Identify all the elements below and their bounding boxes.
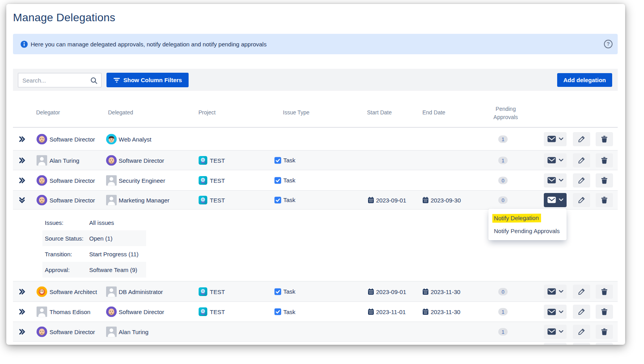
search-input[interactable] (18, 74, 88, 87)
edit-button[interactable] (573, 305, 590, 319)
column-header-delegator: Delegator (36, 109, 60, 116)
delegator-name: Software Director (50, 136, 95, 142)
delegator-name: Thomas Edison (50, 309, 90, 315)
column-header-end-date: End Date (422, 109, 445, 116)
pencil-icon (578, 308, 585, 316)
edit-button[interactable] (573, 343, 590, 345)
delete-button[interactable] (596, 132, 613, 146)
expand-row-button[interactable] (19, 177, 25, 184)
avatar-delegator (37, 134, 47, 144)
delete-button[interactable] (596, 343, 613, 345)
edit-button[interactable] (573, 285, 590, 299)
detail-label: Issues: (42, 219, 89, 226)
delete-button[interactable] (596, 193, 613, 207)
delegator-name: Alan Turing (50, 157, 79, 164)
envelope-icon (547, 197, 556, 203)
chevron-down-icon (559, 290, 563, 293)
delegated-name: Marketing Manager (119, 197, 169, 203)
delegator-name: Software Architect (50, 288, 97, 295)
edit-button[interactable] (573, 173, 590, 188)
menu-item-notify-delegation[interactable]: Notify Delegation (488, 211, 567, 224)
delete-button[interactable] (596, 285, 613, 299)
pencil-icon (578, 328, 585, 336)
avatar-delegated (106, 155, 117, 165)
delegated-name: Alan Turing (119, 328, 149, 335)
project-avatar (198, 307, 207, 316)
expand-row-button[interactable] (19, 329, 25, 335)
table-row: Alan Turing Software Director TEST Task … (13, 151, 618, 170)
chevron-down-icon (559, 179, 563, 182)
notify-dropdown-button[interactable] (544, 132, 567, 146)
pending-approvals-badge: 1 (498, 308, 508, 316)
project-name: TEST (210, 309, 225, 315)
notify-dropdown-button[interactable] (544, 285, 567, 299)
detail-row: Approval:Software Team (9) (42, 262, 146, 278)
table-row: Software Director Alan Turing 1 (13, 322, 618, 342)
envelope-icon (547, 309, 556, 315)
calendar-icon (422, 197, 429, 203)
avatar-delegated (106, 286, 117, 297)
delegated-name: Web Analyst (119, 136, 151, 142)
table-row: Software Director Security Engineer TEST… (13, 170, 618, 191)
search-icon (90, 77, 97, 84)
delete-button[interactable] (596, 305, 613, 319)
chevron-down-icon (559, 311, 563, 313)
envelope-icon (547, 177, 556, 184)
column-header-start-date: Start Date (367, 109, 392, 116)
end-date: 2023-11-30 (431, 288, 461, 295)
issue-type: Task (283, 309, 295, 315)
show-column-filters-button[interactable]: Show Column Filters (106, 73, 189, 87)
expand-row-button[interactable] (19, 157, 25, 164)
menu-item-notify-pending-approvals[interactable]: Notify Pending Approvals (488, 224, 567, 237)
pending-approvals-badge: 0 (498, 196, 508, 204)
notify-dropdown-button-open[interactable] (544, 193, 567, 207)
info-icon (20, 40, 28, 48)
table-row-partial (13, 342, 618, 345)
expand-row-button[interactable] (19, 309, 25, 315)
help-icon[interactable]: ? (604, 40, 613, 48)
pending-approvals-badge: 1 (498, 135, 508, 143)
project-avatar (198, 156, 207, 165)
pending-approvals-badge: 1 (498, 328, 508, 335)
show-column-filters-label: Show Column Filters (123, 77, 182, 83)
issue-type: Task (283, 157, 295, 164)
edit-button[interactable] (573, 325, 590, 339)
expand-row-button[interactable] (19, 136, 25, 142)
notify-dropdown-button[interactable] (544, 343, 567, 345)
delegator-name: Software Director (50, 197, 95, 203)
detail-label: Source Status: (42, 235, 89, 242)
edit-button[interactable] (573, 193, 590, 207)
chevron-down-icon (559, 138, 563, 140)
project-name: TEST (210, 177, 225, 184)
collapse-row-button[interactable] (19, 197, 25, 203)
task-icon (274, 308, 281, 315)
add-delegation-button[interactable]: Add delegation (557, 73, 612, 87)
notify-dropdown-button[interactable] (544, 325, 567, 339)
pending-approvals-badge: 0 (498, 176, 508, 184)
trash-icon (601, 157, 607, 164)
column-header-issue-type: Issue Type (283, 109, 309, 116)
envelope-icon (547, 328, 556, 335)
delete-button[interactable] (596, 173, 613, 188)
edit-button[interactable] (573, 153, 590, 167)
project-avatar (198, 195, 207, 204)
delegated-name: Software Director (119, 309, 164, 315)
delegator-name: Software Director (50, 328, 95, 335)
calendar-icon (368, 288, 374, 295)
info-banner-text: Here you can manage delegated approvals,… (31, 41, 266, 48)
notify-dropdown-button[interactable] (544, 173, 567, 188)
edit-button[interactable] (573, 132, 590, 146)
expand-row-button[interactable] (19, 289, 25, 295)
delegated-name: DB Administrator (119, 288, 163, 295)
delete-button[interactable] (596, 153, 613, 167)
column-header-delegated: Delegated (108, 109, 133, 116)
avatar-delegator (37, 286, 47, 297)
delete-button[interactable] (596, 325, 613, 339)
notify-dropdown-button[interactable] (544, 305, 567, 319)
end-date: 2023-11-30 (431, 309, 461, 315)
pencil-icon (578, 196, 585, 204)
notify-dropdown-button[interactable] (544, 153, 567, 167)
trash-icon (601, 197, 607, 204)
table-row: Software Director Web Analyst 1 (13, 128, 618, 151)
table-row: Software Architect DB Administrator TEST… (13, 281, 618, 302)
